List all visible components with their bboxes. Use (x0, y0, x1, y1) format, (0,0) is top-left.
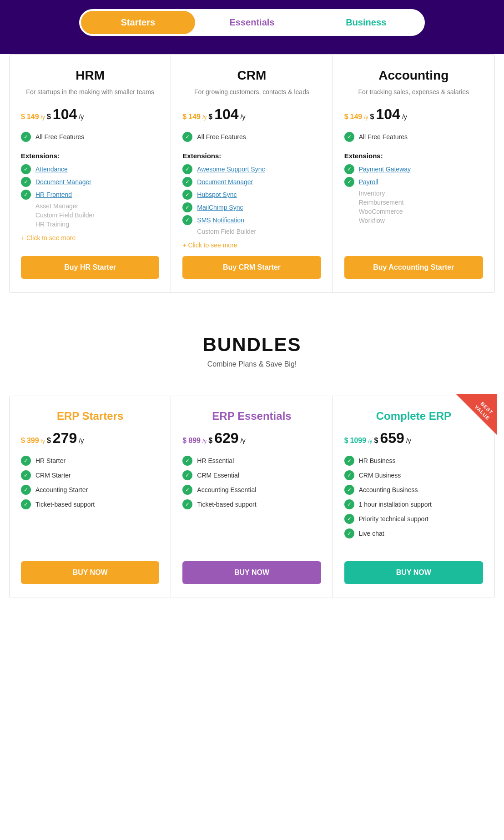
bundle-complete-erp: BESTVALUE Complete ERP $ 1099 /y $ 659 /… (333, 396, 494, 598)
plan-accounting-free-features: ✓ All Free Features (344, 132, 483, 142)
tab-essentials[interactable]: Essentials (195, 11, 309, 34)
check-icon: ✓ (182, 132, 192, 142)
plan-accounting-title: Accounting (344, 68, 483, 83)
ext-payroll: ✓ Payroll (344, 177, 483, 187)
check-icon: ✓ (182, 215, 192, 225)
check-icon: ✓ (182, 190, 192, 200)
bundle-erp-essentials-price: $ 899 /y $ 629 /y (182, 430, 321, 447)
click-more-crm[interactable]: + Click to see more (182, 241, 321, 249)
check-icon: ✓ (182, 164, 192, 174)
bundle-feature: ✓ Ticket-based support (21, 499, 159, 509)
ext-dim-asset-manager: Asset Manager (21, 202, 159, 210)
plan-crm-price: $ 149 /y $ 104 /y (182, 106, 321, 123)
check-icon: ✓ (21, 177, 31, 187)
buy-erp-essentials-button[interactable]: BUY NOW (182, 561, 321, 584)
ext-dim-workflow: Workflow (344, 217, 483, 224)
plan-crm-extensions-label: Extensions: (182, 152, 321, 160)
bundle-feature: ✓ Ticket-based support (182, 499, 321, 509)
tab-business[interactable]: Business (309, 11, 423, 34)
buy-crm-starter-button[interactable]: Buy CRM Starter (182, 256, 321, 279)
buy-erp-starters-button[interactable]: BUY NOW (21, 561, 159, 584)
bundles-grid: ERP Starters $ 399 /y $ 279 /y ✓ HR Star… (9, 396, 495, 598)
bundle-feature: ✓ CRM Essential (182, 470, 321, 480)
buy-hr-starter-button[interactable]: Buy HR Starter (21, 256, 159, 279)
plan-accounting: Accounting For tracking sales, expenses … (333, 55, 494, 292)
plan-crm-free-features: ✓ All Free Features (182, 132, 321, 142)
click-more-hrm[interactable]: + Click to see more (21, 234, 159, 241)
check-icon: ✓ (182, 499, 192, 509)
ext-document-manager: ✓ Document Manager (21, 177, 159, 187)
check-icon: ✓ (21, 485, 31, 495)
ext-dim-woocommerce: WooCommerce (344, 208, 483, 215)
plan-crm-title: CRM (182, 68, 321, 83)
check-icon: ✓ (182, 456, 192, 466)
check-icon: ✓ (344, 528, 354, 538)
ext-mailchimp-sync: ✓ MailChimp Sync (182, 202, 321, 212)
ext-crm-document-manager: ✓ Document Manager (182, 177, 321, 187)
ext-sms-notification: ✓ SMS Notification (182, 215, 321, 225)
ext-dim-reimbursement: Reimbursement (344, 199, 483, 206)
bundle-erp-starters: ERP Starters $ 399 /y $ 279 /y ✓ HR Star… (10, 396, 171, 598)
bundle-feature: ✓ 1 hour installation support (344, 499, 483, 509)
ext-dim-inventory: Inventory (344, 190, 483, 197)
check-icon: ✓ (344, 485, 354, 495)
best-value-text: BESTVALUE (469, 394, 497, 426)
bundle-feature: ✓ Live chat (344, 528, 483, 538)
bundle-erp-starters-title: ERP Starters (21, 410, 159, 423)
bundle-feature: ✓ Priority technical support (344, 514, 483, 524)
bundle-feature: ✓ HR Essential (182, 456, 321, 466)
check-icon: ✓ (21, 499, 31, 509)
ext-hr-frontend: ✓ HR Frontend (21, 190, 159, 200)
ext-payment-gateway: ✓ Payment Gateway (344, 164, 483, 174)
plan-accounting-price: $ 149 /y $ 104 /y (344, 106, 483, 123)
plan-crm-desc: For growing customers, contacts & leads (182, 87, 321, 97)
best-value-ribbon: BESTVALUE (456, 394, 497, 435)
ext-awesome-support: ✓ Awesome Support Sync (182, 164, 321, 174)
plan-hrm-free-features: ✓ All Free Features (21, 132, 159, 142)
check-icon: ✓ (21, 164, 31, 174)
check-icon: ✓ (344, 499, 354, 509)
tab-starters[interactable]: Starters (81, 11, 195, 34)
check-icon: ✓ (21, 456, 31, 466)
check-icon: ✓ (21, 132, 31, 142)
ext-dim-hr-training: HR Training (21, 221, 159, 228)
ext-attendance: ✓ Attendance (21, 164, 159, 174)
check-icon: ✓ (182, 177, 192, 187)
bundle-feature: ✓ Accounting Essential (182, 485, 321, 495)
bundle-erp-essentials-title: ERP Essentials (182, 410, 321, 423)
check-icon: ✓ (344, 164, 354, 174)
header-section: Starters Essentials Business (0, 0, 504, 54)
bundle-feature: ✓ HR Business (344, 456, 483, 466)
plan-crm: CRM For growing customers, contacts & le… (171, 55, 333, 292)
bundle-erp-starters-price: $ 399 /y $ 279 /y (21, 430, 159, 447)
check-icon: ✓ (344, 456, 354, 466)
check-icon: ✓ (21, 190, 31, 200)
plan-hrm-extensions-label: Extensions: (21, 152, 159, 160)
buy-complete-erp-button[interactable]: BUY NOW (344, 561, 483, 584)
ext-dim-custom-field: Custom Field Builder (21, 211, 159, 219)
check-icon: ✓ (21, 470, 31, 480)
ext-hubspot-sync: ✓ Hubspot Sync (182, 190, 321, 200)
plan-hrm: HRM For startups in the making with smal… (10, 55, 171, 292)
plan-accounting-desc: For tracking sales, expenses & salaries (344, 87, 483, 97)
bundles-title: BUNDLES (9, 334, 495, 356)
plan-hrm-desc: For startups in the making with smaller … (21, 87, 159, 97)
tabs-container: Starters Essentials Business (79, 9, 425, 36)
bundles-section: BUNDLES Combine Plans & Save Big! (0, 311, 504, 396)
check-icon: ✓ (344, 514, 354, 524)
bundle-feature: ✓ Accounting Business (344, 485, 483, 495)
bundle-erp-essentials: ERP Essentials $ 899 /y $ 629 /y ✓ HR Es… (171, 396, 333, 598)
bundle-feature: ✓ CRM Business (344, 470, 483, 480)
buy-accounting-starter-button[interactable]: Buy Accounting Starter (344, 256, 483, 279)
plans-section: HRM For startups in the making with smal… (0, 54, 504, 311)
check-icon: ✓ (182, 485, 192, 495)
check-icon: ✓ (182, 202, 192, 212)
ext-dim-custom-field-crm: Custom Field Builder (182, 228, 321, 235)
check-icon: ✓ (182, 470, 192, 480)
check-icon: ✓ (344, 177, 354, 187)
plans-grid: HRM For startups in the making with smal… (9, 54, 495, 293)
bundle-feature: ✓ CRM Starter (21, 470, 159, 480)
plan-accounting-extensions-label: Extensions: (344, 152, 483, 160)
bundle-feature: ✓ HR Starter (21, 456, 159, 466)
plan-hrm-title: HRM (21, 68, 159, 83)
